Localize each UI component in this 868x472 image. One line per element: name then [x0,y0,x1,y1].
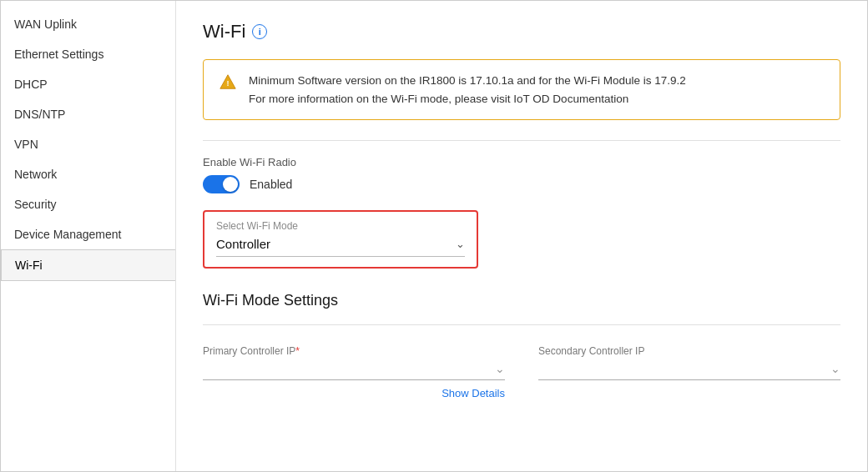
secondary-ip-label: Secondary Controller IP [538,345,840,357]
divider-1 [203,140,840,141]
enable-radio-label: Enable Wi-Fi Radio [203,156,840,168]
wifi-mode-dropdown[interactable]: Controller ⌄ [216,237,465,257]
secondary-ip-dropdown[interactable]: ⌄ [538,362,840,380]
sidebar-item-device-management[interactable]: Device Management [1,219,175,249]
chevron-down-icon: ⌄ [456,238,465,250]
sidebar-item-wifi[interactable]: Wi-Fi [1,249,175,281]
main-content: Wi-Fi i ! Minimum Software version on th… [176,1,867,471]
sidebar: WAN Uplink Ethernet Settings DHCP DNS/NT… [1,1,176,471]
app-window: WAN Uplink Ethernet Settings DHCP DNS/NT… [0,0,868,472]
sidebar-item-ethernet-settings[interactable]: Ethernet Settings [1,39,175,69]
toggle-state-label: Enabled [250,178,292,191]
required-star: * [295,345,300,357]
wifi-mode-settings-title: Wi-Fi Mode Settings [203,292,840,309]
primary-ip-label: Primary Controller IP* [203,345,505,357]
primary-ip-dropdown[interactable]: ⌄ [203,362,505,380]
sidebar-item-vpn[interactable]: VPN [1,129,175,159]
warning-box: ! Minimum Software version on the IR1800… [203,59,840,120]
toggle-row: Enabled [203,175,840,193]
ip-fields-row: Primary Controller IP* ⌄ Show Details Se… [203,345,840,399]
page-header: Wi-Fi i [203,21,840,43]
warning-text: Minimum Software version on the IR1800 i… [249,72,686,108]
divider-2 [203,324,840,325]
page-title: Wi-Fi [203,21,245,43]
wifi-mode-value: Controller [216,237,270,251]
primary-ip-chevron-icon: ⌄ [495,362,505,375]
sidebar-item-dhcp[interactable]: DHCP [1,69,175,99]
sidebar-item-wan-uplink[interactable]: WAN Uplink [1,9,175,39]
wifi-radio-toggle[interactable] [203,175,240,193]
svg-text:!: ! [226,79,229,88]
primary-controller-ip-field: Primary Controller IP* ⌄ Show Details [203,345,505,399]
secondary-controller-ip-field: Secondary Controller IP ⌄ [538,345,840,399]
warning-triangle-icon: ! [219,73,237,91]
wifi-mode-select-box[interactable]: Select Wi-Fi Mode Controller ⌄ [203,210,478,269]
info-icon[interactable]: i [252,24,267,39]
show-details-link[interactable]: Show Details [203,387,505,399]
secondary-ip-chevron-icon: ⌄ [830,362,840,375]
sidebar-item-security[interactable]: Security [1,189,175,219]
wifi-mode-label: Select Wi-Fi Mode [216,220,465,232]
sidebar-item-network[interactable]: Network [1,159,175,189]
sidebar-item-dns-ntp[interactable]: DNS/NTP [1,99,175,129]
